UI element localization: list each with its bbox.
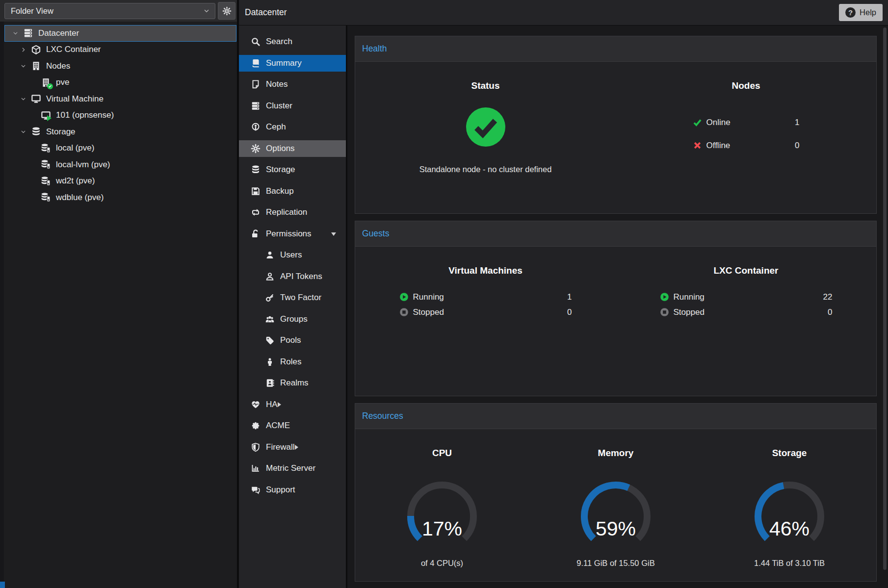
guest-state-label: Stopped bbox=[674, 307, 705, 317]
building-icon bbox=[31, 61, 41, 71]
nav-item-api-tokens[interactable]: API Tokens bbox=[239, 268, 346, 285]
tree-item-label: Nodes bbox=[46, 61, 70, 71]
cpu-gauge-column: CPU 17% of 4 CPU(s) bbox=[355, 429, 529, 581]
tree-item-storage-local[interactable]: local (pve) bbox=[4, 140, 236, 157]
lxc-running-row: Running 22 bbox=[660, 289, 833, 305]
nav-item-label: Cluster bbox=[266, 101, 292, 111]
tree-settings-button[interactable] bbox=[218, 2, 235, 20]
seal-icon bbox=[251, 421, 261, 431]
server-stack-icon bbox=[23, 28, 33, 38]
bottom-left-accent bbox=[0, 582, 5, 588]
health-panel-title: Health bbox=[355, 36, 876, 62]
check-badge-icon bbox=[47, 83, 53, 89]
nav-item-groups[interactable]: Groups bbox=[239, 311, 346, 328]
tree-item-datacenter[interactable]: Datacenter bbox=[4, 25, 236, 42]
nav-item-users[interactable]: Users bbox=[239, 247, 346, 263]
tree-item-label: 101 (opnsense) bbox=[56, 110, 114, 120]
help-button[interactable]: ? Help bbox=[839, 4, 883, 21]
nav-item-label: Summary bbox=[266, 58, 302, 68]
nav-item-metric-server[interactable]: Metric Server bbox=[239, 460, 346, 477]
nav-item-search[interactable]: Search bbox=[239, 33, 346, 50]
nav-item-label: Firewall bbox=[266, 442, 295, 452]
tree-item-storage-wd2t[interactable]: wd2t (pve) bbox=[4, 173, 236, 190]
expander-icon[interactable] bbox=[10, 30, 20, 36]
expander-icon[interactable] bbox=[18, 63, 28, 69]
tree-item-label: Virtual Machine bbox=[46, 94, 104, 104]
vm-running-row: Running 1 bbox=[399, 289, 572, 305]
tree-item-lxc-container[interactable]: LXC Container bbox=[4, 42, 236, 58]
nav-item-label: Backup bbox=[266, 186, 294, 196]
lxc-stopped-row: Stopped 0 bbox=[660, 305, 833, 320]
database-icon bbox=[31, 127, 41, 137]
chevron-right-icon bbox=[278, 402, 336, 407]
unlock-icon bbox=[251, 229, 261, 239]
tree-item-label: pve bbox=[56, 77, 69, 87]
content-scrollbar[interactable] bbox=[882, 27, 887, 586]
guests-panel-title: Guests bbox=[355, 221, 876, 247]
view-mode-select[interactable]: Folder View bbox=[4, 3, 215, 19]
storage-gauge-column: Storage 46% 1.44 TiB of 3.10 TiB bbox=[703, 429, 876, 581]
tree-item-virtual-machine[interactable]: Virtual Machine bbox=[4, 91, 236, 107]
nodes-column: Nodes Online 1 Offline 0 bbox=[616, 62, 876, 213]
status-message: Standalone node - no cluster defined bbox=[419, 165, 552, 174]
nav-item-roles[interactable]: Roles bbox=[239, 354, 346, 370]
cross-icon bbox=[693, 141, 702, 150]
nav-item-label: Ceph bbox=[266, 122, 286, 132]
play-circle-icon bbox=[660, 292, 669, 302]
status-heading: Status bbox=[471, 80, 499, 91]
tree-item-nodes[interactable]: Nodes bbox=[4, 58, 236, 75]
nav-item-storage[interactable]: Storage bbox=[239, 161, 346, 178]
node-online-icon bbox=[41, 77, 51, 88]
tree-item-label: Datacenter bbox=[38, 28, 79, 38]
tree-item-storage[interactable]: Storage bbox=[4, 124, 236, 140]
nav-item-cluster[interactable]: Cluster bbox=[239, 98, 346, 114]
nav-item-backup[interactable]: Backup bbox=[239, 183, 346, 200]
storage-gauge: 46% bbox=[745, 476, 834, 542]
virtual-machines-column: Virtual Machines Running 1 Stopped bbox=[355, 247, 616, 396]
nav-item-support[interactable]: Support bbox=[239, 482, 346, 498]
nav-item-notes[interactable]: Notes bbox=[239, 76, 346, 93]
cpu-gauge: 17% bbox=[398, 476, 486, 542]
nav-item-realms[interactable]: Realms bbox=[239, 375, 346, 391]
nav-item-summary[interactable]: Summary bbox=[239, 55, 346, 72]
cube-icon bbox=[31, 45, 41, 55]
tree-item-storage-local-lvm[interactable]: local-lvm (pve) bbox=[4, 156, 236, 173]
expander-icon[interactable] bbox=[18, 128, 28, 135]
nav-item-ha[interactable]: HA bbox=[239, 396, 346, 413]
proxmox-app: Folder View Datacenter LXC Container bbox=[0, 0, 888, 588]
memory-caption: 9.11 GiB of 15.50 GiB bbox=[576, 559, 654, 568]
nav-item-options[interactable]: Options bbox=[239, 140, 346, 157]
guest-state-value: 0 bbox=[567, 307, 572, 317]
summary-content: Health Status Standalone node - no clust… bbox=[347, 26, 888, 588]
nodes-online-row: Online 1 bbox=[693, 111, 800, 134]
nav-item-permissions[interactable]: Permissions bbox=[239, 226, 346, 242]
tree-item-storage-wdblue[interactable]: wdblue (pve) bbox=[4, 189, 236, 206]
ceph-icon bbox=[251, 122, 261, 132]
nav-item-ceph[interactable]: Ceph bbox=[239, 119, 346, 135]
resources-panel-title: Resources bbox=[355, 404, 876, 429]
cpu-heading: CPU bbox=[432, 448, 452, 459]
memory-gauge: 59% bbox=[572, 476, 660, 542]
nav-item-acme[interactable]: ACME bbox=[239, 417, 346, 434]
nav-item-label: Two Factor bbox=[280, 293, 321, 303]
play-circle-icon bbox=[399, 292, 409, 302]
address-book-icon bbox=[265, 378, 275, 388]
expander-icon[interactable] bbox=[18, 96, 28, 102]
nav-item-firewall[interactable]: Firewall bbox=[239, 439, 346, 456]
check-icon bbox=[693, 118, 702, 127]
tree-item-pve[interactable]: pve bbox=[4, 75, 236, 91]
tree-item-vm-101[interactable]: 101 (opnsense) bbox=[4, 107, 236, 124]
expander-icon[interactable] bbox=[18, 47, 28, 53]
nav-item-pools[interactable]: Pools bbox=[239, 332, 346, 349]
nav-item-two-factor[interactable]: Two Factor bbox=[239, 289, 346, 306]
resources-panel: Resources CPU 17% of 4 CPU(s) Memory bbox=[355, 403, 877, 582]
scrollbar-thumb[interactable] bbox=[883, 27, 887, 570]
tree-item-label: local (pve) bbox=[56, 143, 94, 153]
tree-item-label: LXC Container bbox=[46, 45, 101, 54]
person-icon bbox=[265, 357, 275, 367]
gear-icon bbox=[251, 144, 261, 153]
nav-item-replication[interactable]: Replication bbox=[239, 204, 346, 221]
server-stack-icon bbox=[251, 101, 261, 111]
bar-chart-icon bbox=[251, 463, 261, 473]
nav-item-label: Users bbox=[280, 250, 302, 260]
